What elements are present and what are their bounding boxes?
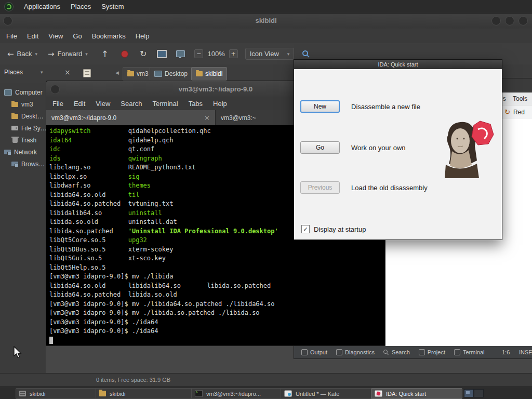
reload-button[interactable]: ↻ <box>140 49 147 59</box>
redo-icon: ↻ <box>504 108 510 116</box>
places-label: Places <box>4 69 23 76</box>
back-arrow-icon: ← <box>7 49 14 59</box>
edit-location-icon[interactable] <box>83 69 91 77</box>
view-mode-dropdown[interactable]: Icon View ▾ <box>245 48 295 60</box>
sidebar-item-computer[interactable]: Computer <box>0 86 46 98</box>
insert-mode-indicator[interactable]: INSERT <box>519 349 532 355</box>
output-icon <box>301 349 308 355</box>
sidebar-item-trash[interactable]: Trash <box>0 134 46 146</box>
path-button-desktop[interactable]: Desktop <box>150 67 192 81</box>
previous-button[interactable]: Previous <box>300 181 340 194</box>
fm-menu-file[interactable]: File <box>6 32 17 40</box>
up-button[interactable]: ↑ <box>101 49 109 59</box>
sidebar-item-vm3[interactable]: vm3 <box>0 98 46 110</box>
term-menu-help[interactable]: Help <box>213 100 227 108</box>
network-icon <box>4 150 11 154</box>
distro-menu-icon[interactable] <box>4 2 14 11</box>
computer-button[interactable] <box>176 50 185 57</box>
fm-menu-help[interactable]: Help <box>136 32 150 40</box>
taskbar-button-kate[interactable]: Untitled * — Kate <box>281 388 376 399</box>
menu-system[interactable]: System <box>101 3 124 10</box>
terminal-line: libQt5Gui.so.5 xt-sco.key <box>49 254 385 263</box>
tab-close-icon[interactable]: × <box>200 114 210 122</box>
terminal-tab-idapro[interactable]: vm3@vm3:~/idapro-9.0 × <box>46 110 216 125</box>
workspace-switcher[interactable] <box>464 389 484 397</box>
view-mode-chevron-icon: ▾ <box>287 51 290 57</box>
network-icon <box>11 162 18 166</box>
term-menu-terminal[interactable]: Terminal <box>153 100 178 108</box>
menu-places[interactable]: Places <box>71 3 91 10</box>
kate-project-tab[interactable]: Project <box>419 349 445 355</box>
places-dropdown[interactable]: Places ▾ <box>4 69 43 76</box>
path-scroll-left-icon[interactable]: ◀ <box>115 70 119 75</box>
minimize-button[interactable] <box>491 16 501 25</box>
sidepane-close-icon[interactable]: × <box>64 68 71 76</box>
workspace-1[interactable] <box>464 389 474 397</box>
term-menu-tabs[interactable]: Tabs <box>189 100 203 108</box>
ida-quickstart-dialog: IDA: Quick start New Disassemble a new f… <box>294 59 502 240</box>
fm-menu-go[interactable]: Go <box>73 32 82 40</box>
workspace-2[interactable] <box>474 389 484 397</box>
folder-icon <box>11 102 18 107</box>
ida-logo <box>433 119 495 179</box>
top-panel: Applications Places System <box>0 0 532 14</box>
kate-menu-tools[interactable]: s Tools <box>503 95 527 102</box>
cursor-position[interactable]: 1:6 <box>502 349 510 355</box>
project-icon <box>419 349 425 355</box>
display-at-startup-checkbox[interactable]: ✓ Display at startup <box>301 225 366 233</box>
zoom-out-button[interactable]: − <box>194 49 203 58</box>
path-button-skibidi[interactable]: skibidi <box>191 67 227 81</box>
search-icon <box>383 350 389 355</box>
view-mode-label: Icon View <box>250 50 279 58</box>
term-menu-search[interactable]: Search <box>121 100 142 108</box>
kate-diagnostics-tab[interactable]: Diagnostics <box>336 349 375 355</box>
redo-button[interactable]: ↻ Red <box>504 108 525 116</box>
taskbar-button-terminal[interactable]: vm3@vm3:~/idapro... <box>191 388 286 399</box>
sidebar-item-filesystem[interactable]: File Sy… <box>0 122 46 134</box>
desktop: Applications Places System skibidi File … <box>0 0 532 399</box>
kate-output-tab[interactable]: Output <box>301 349 327 355</box>
path-button-vm3[interactable]: vm3 <box>123 67 153 81</box>
terminal-icon <box>195 390 203 397</box>
diagnostics-icon <box>336 349 342 355</box>
fm-sidebar: Computer vm3 Deskt… File Sy… Trash Netwo… <box>0 83 46 374</box>
fm-menu-edit[interactable]: Edit <box>27 32 38 40</box>
term-menu-edit[interactable]: Edit <box>74 100 85 108</box>
kate-search-tab[interactable]: Search <box>383 349 410 355</box>
search-button[interactable] <box>302 50 310 58</box>
menu-applications[interactable]: Applications <box>24 3 60 10</box>
taskbar-button-skibidi-2[interactable]: skibidi <box>96 388 196 399</box>
back-dropdown-icon[interactable]: ▾ <box>35 51 37 57</box>
close-button[interactable] <box>518 16 528 25</box>
term-menu-file[interactable]: File <box>52 100 63 108</box>
go-button[interactable]: Go <box>300 141 340 154</box>
taskbar-button-ida[interactable]: IDA: Quick start <box>371 388 462 399</box>
sidebar-item-network[interactable]: Network <box>0 146 46 158</box>
terminal-icon <box>454 349 460 355</box>
fm-menu-bookmarks[interactable]: Bookmarks <box>92 32 126 40</box>
term-menu-view[interactable]: View <box>96 100 110 108</box>
kate-icon <box>284 390 292 397</box>
computer-icon <box>4 89 12 96</box>
sidebar-item-desktop[interactable]: Deskt… <box>0 110 46 122</box>
fm-menu-view[interactable]: View <box>48 32 63 40</box>
forward-dropdown-icon[interactable]: ▾ <box>85 51 88 57</box>
folder-icon <box>11 114 18 119</box>
taskbar-button-skibidi-1[interactable]: skibidi <box>16 388 101 399</box>
kate-terminal-tab[interactable]: Terminal <box>454 349 485 355</box>
sidebar-item-browse-network[interactable]: Brows… <box>0 158 46 170</box>
fm-status-text: 0 items, Free space: 31.9 GB <box>96 377 170 383</box>
trash-icon <box>12 138 18 143</box>
terminal-line: [vm3@vm3 idapro-9.0]$ ./ida64 <box>49 327 385 336</box>
back-button[interactable]: ← Back ▾ <box>7 49 37 59</box>
forward-button[interactable]: → Forward ▾ <box>48 49 88 59</box>
zoom-in-button[interactable]: + <box>229 49 238 58</box>
terminal-line: [vm3@vm3 idapro-9.0]$ ./ida64 <box>49 318 385 327</box>
stop-button[interactable] <box>121 50 128 58</box>
fm-titlebar[interactable]: skibidi <box>0 13 532 29</box>
new-button[interactable]: New <box>300 100 340 113</box>
home-button[interactable] <box>157 50 167 58</box>
ida-dialog-titlebar[interactable]: IDA: Quick start <box>294 60 502 69</box>
checkbox-checked-icon[interactable]: ✓ <box>301 225 310 233</box>
maximize-button[interactable] <box>505 16 514 25</box>
